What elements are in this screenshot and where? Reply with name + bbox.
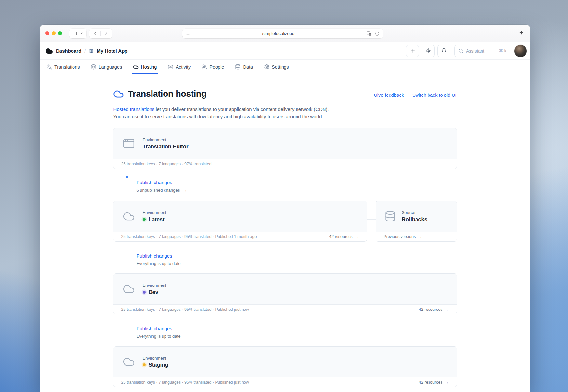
notifications-button[interactable] [437, 45, 450, 57]
minimize-window-button[interactable] [52, 31, 56, 35]
app-header: Dashboard / My Hotel App [40, 42, 530, 60]
card-translation-editor[interactable]: Environment Translation Editor 25 transl… [113, 128, 457, 169]
publish-changes-link[interactable]: Publish changes [137, 180, 187, 185]
address-bar[interactable]: simplelocalize.io [182, 29, 383, 38]
assistant-placeholder: Assistant [466, 48, 496, 54]
breadcrumb-separator: / [84, 48, 86, 54]
forward-button[interactable] [104, 31, 109, 36]
back-button[interactable] [93, 31, 98, 36]
card-rollbacks[interactable]: Source Rollbacks Previous versions→ [376, 201, 457, 242]
database-icon [235, 64, 241, 70]
card-footer: 25 translation keys · 7 languages · 97% … [113, 159, 457, 169]
card-name: Translation Editor [143, 144, 189, 150]
tab-hosting[interactable]: Hosting [133, 60, 157, 74]
previous-versions-link[interactable]: Previous versions→ [384, 234, 422, 239]
automations-button[interactable] [422, 45, 435, 57]
resources-link[interactable]: 42 resources→ [329, 234, 359, 239]
close-window-button[interactable] [45, 31, 49, 35]
tab-settings[interactable]: Settings [264, 60, 289, 74]
tab-languages[interactable]: Languages [91, 60, 122, 74]
card-staging[interactable]: Environment Staging 25 translation keys … [113, 346, 457, 387]
publish-status: Everything is up to date [137, 261, 181, 266]
resources-text: 42 resources [329, 234, 352, 239]
card-body: Environment Staging [113, 347, 457, 377]
page-settings-icon[interactable] [186, 31, 190, 36]
add-button[interactable] [406, 45, 419, 57]
cloud-icon [123, 356, 135, 368]
arrow-right-icon: → [418, 234, 422, 239]
header-actions: Assistant ⌘ k [406, 45, 527, 57]
page-intro: Hosted translations let you deliver tran… [113, 106, 329, 120]
switch-old-ui-link[interactable]: Switch back to old UI [412, 93, 456, 98]
page-title: Translation hosting [128, 89, 206, 99]
new-tab-button[interactable] [519, 30, 524, 35]
publish-section-1: Publish changes 6 unpublished changes → [137, 180, 187, 193]
tab-label: Hosting [141, 64, 157, 70]
globe-icon [91, 64, 96, 70]
publish-changes-link[interactable]: Publish changes [137, 326, 181, 331]
history-nav [89, 29, 112, 38]
database-icon [384, 210, 396, 222]
previous-versions-text: Previous versions [384, 234, 416, 239]
card-name: Staging [143, 362, 168, 368]
publish-changes-link[interactable]: Publish changes [137, 253, 181, 259]
tab-translations[interactable]: Translations [46, 60, 80, 74]
card-name-text: Latest [149, 216, 165, 223]
breadcrumb-dashboard[interactable]: Dashboard [56, 48, 81, 54]
card-type-label: Environment [143, 210, 166, 215]
rollbacks-connector-line [367, 219, 376, 220]
reload-icon[interactable] [375, 31, 380, 36]
resources-link[interactable]: 42 resources→ [419, 307, 449, 312]
maximize-window-button[interactable] [58, 31, 62, 35]
card-body: Source Rollbacks [376, 201, 457, 232]
desktop: simplelocalize.io Dashboard / My Hotel A… [0, 0, 568, 392]
card-footer: 25 translation keys · 7 languages · 95% … [113, 232, 367, 241]
tab-data[interactable]: Data [235, 60, 253, 74]
card-type-label: Environment [143, 356, 168, 360]
radio-icon [168, 64, 173, 70]
chevron-down-icon [80, 32, 84, 35]
page-head-links: Give feedback Switch back to old UI [374, 93, 456, 98]
users-icon [202, 64, 207, 70]
card-footer: 25 translation keys · 7 languages · 95% … [113, 377, 457, 387]
project-name: My Hotel App [97, 48, 127, 54]
tab-label: Translations [54, 64, 80, 70]
brand-logo-cloud-icon[interactable] [45, 47, 53, 55]
traffic-lights [45, 31, 62, 35]
assistant-search[interactable]: Assistant ⌘ k [454, 45, 510, 57]
user-avatar[interactable] [514, 45, 527, 57]
card-name: Latest [143, 216, 166, 223]
resources-text: 42 resources [419, 307, 442, 312]
sidebar-icon [72, 31, 77, 36]
intro-line-1: Hosted translations let you deliver tran… [113, 106, 329, 113]
tab-people[interactable]: People [202, 60, 224, 74]
publish-status: Everything is up to date [137, 334, 181, 339]
breadcrumb-project[interactable]: My Hotel App [88, 48, 127, 54]
card-body: Environment Translation Editor [113, 128, 457, 159]
publish-status-text: 6 unpublished changes [137, 188, 180, 193]
publish-section-2: Publish changes Everything is up to date [137, 253, 181, 266]
zap-icon [426, 48, 431, 54]
arrow-right-icon: → [445, 307, 449, 312]
translate-icon [46, 64, 52, 70]
translate-badge-icon[interactable] [366, 31, 372, 36]
page-title-row: Translation hosting [113, 89, 206, 99]
card-latest[interactable]: Environment Latest 25 translation keys ·… [113, 201, 367, 242]
card-dev[interactable]: Environment Dev 25 translation keys · 7 … [113, 273, 457, 314]
sidebar-toggle-button[interactable] [69, 29, 86, 38]
project-nav: Translations Languages Hosting Activity … [40, 60, 530, 74]
resources-link[interactable]: 42 resources→ [419, 380, 449, 385]
url-text: simplelocalize.io [190, 31, 366, 36]
card-type-label: Source [402, 210, 428, 215]
tab-label: Settings [272, 64, 289, 70]
card-stats: 25 translation keys · 7 languages · 95% … [121, 234, 257, 239]
unpublished-changes-link[interactable]: 6 unpublished changes → [137, 188, 187, 193]
tab-label: Data [243, 64, 253, 70]
tab-activity[interactable]: Activity [168, 60, 191, 74]
gear-icon [264, 64, 270, 70]
hosting-page: Translation hosting Give feedback Switch… [40, 74, 530, 392]
hosted-translations-link[interactable]: Hosted translations [113, 107, 155, 112]
divider [100, 31, 101, 36]
give-feedback-link[interactable]: Give feedback [374, 93, 404, 98]
browser-window: simplelocalize.io Dashboard / My Hotel A… [40, 25, 530, 392]
